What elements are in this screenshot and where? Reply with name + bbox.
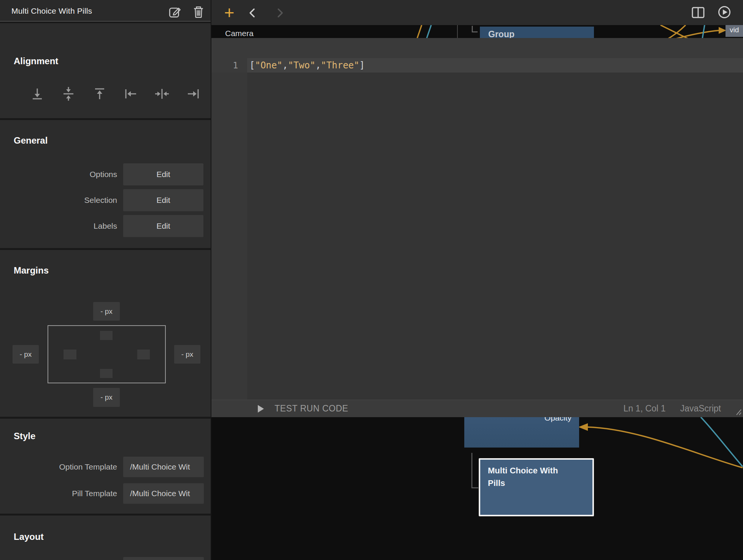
margin-right-handle: [137, 350, 150, 359]
margin-left-input[interactable]: - px: [13, 345, 39, 364]
section-style: Style Option Template /Multi Choice Wit …: [0, 419, 211, 514]
code-token: [: [249, 60, 255, 71]
margin-left-handle: [64, 350, 76, 359]
option-template-input[interactable]: /Multi Choice Wit: [123, 457, 204, 477]
code-content[interactable]: ["One","Two","Three"]: [247, 58, 743, 73]
margin-bottom-handle: [100, 369, 113, 378]
code-token: "Two": [288, 60, 315, 71]
inspector-header: Multi Choice With Pills: [0, 0, 211, 22]
split-view-icon: [692, 7, 705, 18]
play-circle-icon: [718, 6, 731, 19]
margin-right-input[interactable]: - px: [174, 345, 200, 364]
align-vertical-center-icon: [61, 86, 76, 101]
selection-label: Selection: [0, 189, 117, 211]
add-patch-button[interactable]: +: [221, 3, 238, 22]
margin-top-handle: [100, 331, 113, 340]
align-top-button[interactable]: [90, 85, 109, 104]
margin-top-input[interactable]: - px: [93, 302, 120, 321]
options-edit-button[interactable]: Edit: [123, 163, 203, 185]
chevron-left-icon: [246, 6, 259, 20]
section-layout-title: Layout: [14, 532, 44, 542]
section-margins: Margins - px - px - px - px: [0, 250, 211, 417]
play-triangle-icon: [257, 404, 265, 413]
node-camera[interactable]: Camera: [225, 29, 254, 38]
editor-gutter: [211, 73, 247, 400]
section-alignment: Alignment: [0, 23, 211, 118]
code-token: "Three": [321, 60, 359, 71]
pill-template-input[interactable]: /Multi Choice Wit: [123, 483, 204, 504]
options-label: Options: [0, 163, 117, 185]
run-prototype-button[interactable]: [718, 6, 731, 19]
editor-text-area[interactable]: [247, 73, 743, 400]
margins-preview-rect: [48, 325, 166, 383]
app-window: Camera Group vid Opacity Multi Choice Wi…: [0, 0, 743, 560]
section-margins-title: Margins: [14, 265, 49, 276]
align-bottom-button[interactable]: [28, 85, 47, 104]
forward-button[interactable]: [273, 6, 287, 20]
pill-template-label: Pill Template: [0, 483, 117, 504]
labels-label: Labels: [0, 215, 117, 237]
align-top-icon: [92, 86, 107, 101]
node-multi-choice-label: Multi Choice With Pills: [488, 464, 577, 489]
chevron-right-icon: [273, 6, 287, 20]
section-layout: Layout: [0, 516, 211, 560]
test-run-code-button[interactable]: TEST RUN CODE: [257, 403, 348, 414]
code-token: ]: [359, 60, 365, 71]
code-token: "One": [255, 60, 282, 71]
section-general: General Options Edit Selection Edit Labe…: [0, 120, 211, 248]
align-vertical-center-button[interactable]: [59, 85, 78, 104]
rename-button[interactable]: [168, 5, 182, 19]
back-button[interactable]: [246, 6, 259, 20]
node-multi-choice-with-pills[interactable]: Multi Choice With Pills: [479, 458, 594, 516]
code-token: ,: [283, 60, 288, 71]
node-video-label: vid: [730, 26, 739, 34]
align-horizontal-center-icon: [154, 86, 170, 101]
resize-handle[interactable]: [733, 408, 742, 416]
margin-bottom-input[interactable]: - px: [93, 388, 120, 407]
layout-field[interactable]: [123, 557, 204, 560]
editor-status-bar: TEST RUN CODE Ln 1, Col 1 JavaScript: [211, 400, 743, 417]
split-view-button[interactable]: [692, 7, 705, 18]
section-general-title: General: [14, 135, 48, 146]
option-template-label: Option Template: [0, 457, 117, 477]
align-bottom-icon: [30, 86, 45, 101]
section-style-title: Style: [14, 431, 35, 441]
node-video[interactable]: vid: [726, 25, 743, 37]
edit-pencil-icon: [168, 5, 182, 19]
graph-toolbar: +: [211, 0, 743, 25]
trash-icon: [191, 5, 206, 19]
test-run-code-label: TEST RUN CODE: [275, 403, 348, 414]
language-indicator[interactable]: JavaScript: [680, 403, 721, 414]
inspector-panel: Multi Choice With Pills Al: [0, 0, 211, 560]
align-right-button[interactable]: [184, 85, 203, 104]
alignment-controls: [0, 85, 211, 108]
align-left-button[interactable]: [121, 85, 140, 104]
section-alignment-title: Alignment: [14, 56, 58, 66]
code-editor-popover: 1 ["One","Two","Three"] TEST RUN CODE Ln…: [211, 38, 743, 417]
align-horizontal-center-button[interactable]: [152, 85, 171, 104]
cursor-position: Ln 1, Col 1: [623, 403, 665, 414]
selection-edit-button[interactable]: Edit: [123, 189, 203, 211]
patch-title: Multi Choice With Pills: [11, 0, 92, 22]
line-number: 1: [211, 58, 247, 73]
labels-edit-button[interactable]: Edit: [123, 215, 203, 237]
align-right-icon: [186, 86, 201, 101]
delete-button[interactable]: [191, 5, 206, 19]
align-left-icon: [123, 86, 138, 101]
code-token: ,: [315, 60, 321, 71]
code-line-1[interactable]: 1 ["One","Two","Three"]: [211, 58, 743, 73]
